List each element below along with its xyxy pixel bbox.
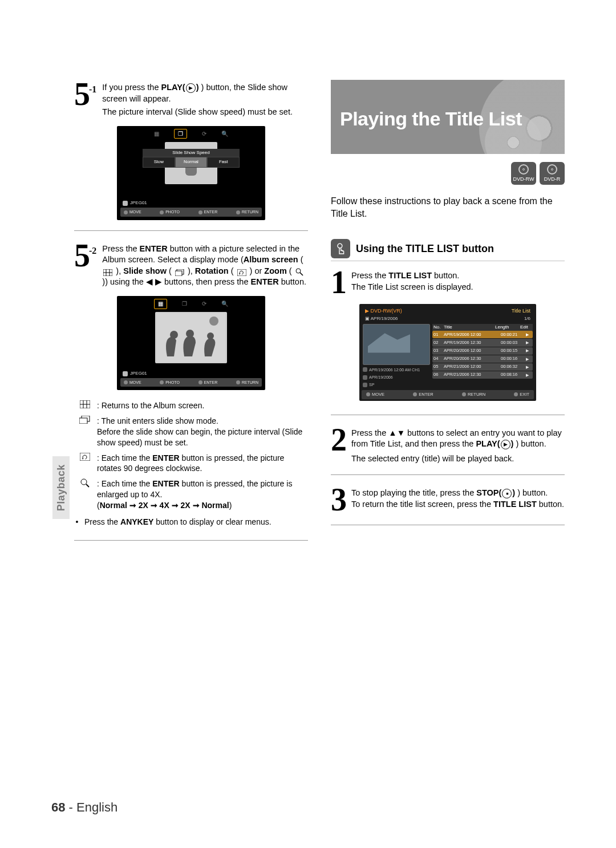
svg-rect-7 bbox=[175, 271, 182, 276]
title-list-row: 03APR/20/2006 12:0000:00:15▶ bbox=[432, 347, 533, 355]
zoom-icon: 🔍 bbox=[221, 130, 228, 138]
svg-point-9 bbox=[296, 269, 301, 273]
divider bbox=[331, 474, 565, 475]
step-2: 2 Press the ▲▼ buttons to select an entr… bbox=[331, 425, 565, 465]
divider bbox=[331, 261, 565, 261]
zoom-icon: 🔍 bbox=[221, 300, 228, 308]
slideshow-icon bbox=[79, 416, 91, 424]
rotate-icon: ⟳ bbox=[202, 300, 206, 308]
zoom-icon bbox=[295, 268, 305, 275]
divider bbox=[331, 525, 565, 525]
grid-icon: ▦ bbox=[154, 130, 159, 138]
slideshow-icon bbox=[175, 268, 184, 275]
step-num: 5 bbox=[74, 241, 89, 270]
step-text: If you press the PLAY(▶) ) button, the S… bbox=[102, 80, 308, 118]
title-list-row: 04APR/20/2006 12:3000:00:16▶ bbox=[432, 355, 533, 363]
rotate-icon: ⟳ bbox=[202, 130, 206, 138]
osd-slideshow-speed: ▦ ❐ ⟳ 🔍 Slide Show Speed Slow Normal Fas… bbox=[117, 126, 265, 220]
slideshow-icon: ❐ bbox=[182, 300, 187, 308]
step-text: Press the ENTER button with a picture se… bbox=[102, 241, 308, 288]
svg-line-10 bbox=[300, 273, 303, 275]
stop-icon: ■ bbox=[502, 489, 512, 498]
osd-file: JPEG01 bbox=[120, 198, 262, 206]
step-num: 3 bbox=[331, 485, 346, 514]
step-3: 3 To stop playing the title, press the S… bbox=[331, 485, 565, 514]
section-head: Using the TITLE LIST button bbox=[331, 239, 565, 258]
speed-title: Slide Show Speed bbox=[143, 149, 240, 157]
badge-dvd-rw: DVD-RW bbox=[511, 162, 536, 185]
svg-point-14 bbox=[186, 330, 194, 338]
osd-help: MOVE PHOTO ENTER RETURN bbox=[120, 208, 262, 216]
svg-point-23 bbox=[81, 479, 87, 485]
step-text: Press the TITLE LIST button. The Title L… bbox=[351, 268, 473, 293]
svg-point-13 bbox=[170, 331, 178, 339]
hero-title: Playing the Title List bbox=[340, 106, 522, 132]
divider bbox=[331, 415, 565, 415]
media-badges: DVD-RW DVD-R bbox=[331, 162, 565, 185]
grid-icon: ▦ bbox=[154, 299, 167, 309]
page-footer: 68 - English bbox=[51, 799, 117, 816]
grid-icon bbox=[79, 400, 91, 408]
disc-icon bbox=[518, 164, 529, 175]
step-sup: -1 bbox=[89, 83, 96, 96]
title-list-screenshot: ▶ DVD-RW(VR) Title List ▣ APR/19/2006 1/… bbox=[359, 304, 536, 401]
speed-fast: Fast bbox=[207, 157, 240, 168]
step-num: 2 bbox=[331, 425, 346, 454]
step-sup: -2 bbox=[89, 245, 96, 257]
title-list-row: 02APR/19/2006 12:3000:00:03▶ bbox=[432, 339, 533, 346]
svg-point-15 bbox=[207, 332, 214, 339]
grid-icon bbox=[103, 268, 112, 275]
disc-icon bbox=[547, 164, 557, 175]
step-num: 5 bbox=[74, 80, 89, 108]
divider bbox=[74, 230, 308, 231]
play-icon: ▶ bbox=[186, 83, 196, 93]
step-num: 1 bbox=[331, 268, 346, 297]
step-1: 1 Press the TITLE LIST button. The Title… bbox=[331, 268, 565, 297]
anykey-note: • Press the ANYKEY button to display or … bbox=[74, 517, 308, 528]
icon-legend: : Returns to the Album screen. : The uni… bbox=[79, 400, 308, 511]
osd-file: JPEG01 bbox=[120, 369, 262, 377]
title-list-row: 06APR/21/2006 12:3000:08:16▶ bbox=[432, 371, 533, 379]
osd-help: MOVE PHOTO ENTER RETURN bbox=[120, 378, 262, 387]
hero-banner: Playing the Title List bbox=[331, 80, 565, 154]
speed-slow: Slow bbox=[143, 157, 175, 168]
hand-icon bbox=[331, 239, 350, 258]
step-5-1: 5 -1 If you press the PLAY(▶) ) button, … bbox=[74, 80, 308, 118]
speed-row: Slow Normal Fast bbox=[143, 157, 240, 168]
svg-rect-8 bbox=[237, 269, 246, 276]
section-title: Using the TITLE LIST button bbox=[356, 242, 494, 255]
speed-normal: Normal bbox=[175, 157, 208, 168]
step-text: Press the ▲▼ buttons to select an entry … bbox=[351, 425, 565, 465]
title-list-row: 01APR/19/2006 12:0000:00:21▶ bbox=[432, 331, 533, 338]
step-5-2: 5 -2 Press the ENTER button with a pictu… bbox=[74, 241, 308, 288]
osd-display-mode: ▦ ❐ ⟳ 🔍 bbox=[117, 296, 265, 390]
svg-point-12 bbox=[209, 317, 218, 326]
svg-rect-22 bbox=[80, 453, 90, 461]
title-list-row: 05APR/21/2006 12:0000:06:32▶ bbox=[432, 363, 533, 371]
divider bbox=[74, 540, 308, 541]
osd-preview bbox=[155, 312, 227, 363]
step-text: To stop playing the title, press the STO… bbox=[351, 485, 564, 510]
badge-dvd-r: DVD-R bbox=[540, 162, 565, 185]
play-icon: ▶ bbox=[501, 440, 510, 449]
page: 5 -1 If you press the PLAY(▶) ) button, … bbox=[0, 0, 616, 848]
intro-text: Follow these instructions to play back a… bbox=[331, 195, 565, 220]
svg-line-24 bbox=[86, 484, 89, 487]
rotate-icon bbox=[237, 268, 246, 275]
title-thumbnail bbox=[363, 324, 430, 365]
slideshow-icon: ❐ bbox=[174, 129, 187, 139]
rotate-icon bbox=[79, 453, 91, 461]
zoom-icon bbox=[79, 478, 91, 488]
svg-rect-21 bbox=[79, 418, 87, 424]
